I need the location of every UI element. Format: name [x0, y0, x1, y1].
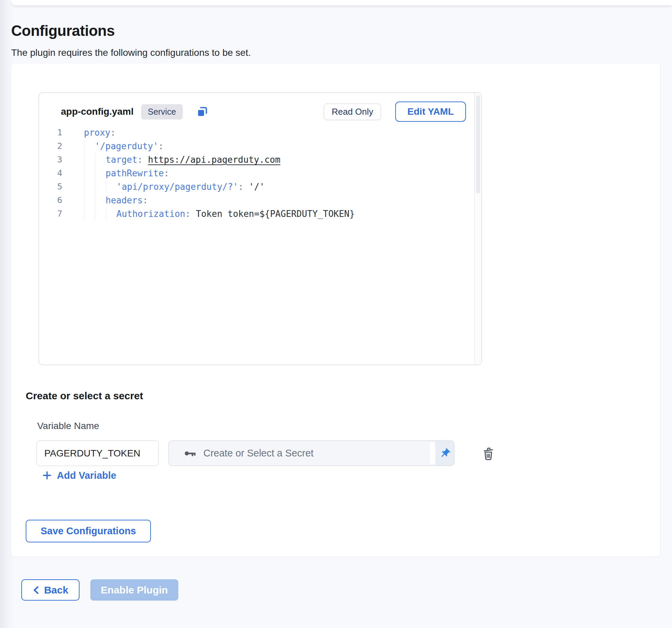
- code-line: 6headers:: [39, 194, 474, 207]
- indent-guide: [106, 180, 116, 194]
- code-segment: 'api/proxy/pagerduty/?': [116, 180, 238, 194]
- line-number: 5: [39, 180, 62, 194]
- back-button[interactable]: Back: [21, 579, 80, 601]
- back-button-label: Back: [44, 584, 68, 596]
- code-line: 3target: https://api.pagerduty.com: [39, 153, 474, 166]
- page-subtitle: The plugin requires the following config…: [11, 47, 251, 58]
- secret-section-heading: Create or select a secret: [26, 390, 143, 402]
- key-icon: [183, 446, 197, 461]
- code-segment: '/': [249, 180, 265, 194]
- indent-guide: [95, 180, 106, 194]
- indent-guide: [84, 180, 95, 194]
- trash-icon: [481, 446, 495, 461]
- code-segment: https://api.pagerduty.com: [148, 153, 280, 166]
- code-line: 5'api/proxy/pagerduty/?': '/': [39, 180, 474, 194]
- code-segment: target: [106, 153, 137, 166]
- code-segment: :: [164, 166, 169, 180]
- indent-guide: [84, 139, 95, 153]
- code-segment: '/pagerduty': [95, 139, 158, 153]
- indent-guide: [84, 166, 95, 180]
- code-segment: :: [137, 153, 148, 166]
- code-lines: 1proxy:2'/pagerduty':3target: https://ap…: [39, 126, 474, 221]
- indent-guide: [95, 207, 106, 221]
- code-editor-card: app-config.yaml Service Read Only Edit Y…: [39, 92, 482, 365]
- code-line: 1proxy:: [39, 126, 474, 139]
- service-badge: Service: [141, 104, 183, 119]
- line-number: 7: [39, 207, 62, 221]
- previous-card-edge: [11, 0, 672, 6]
- enable-plugin-button[interactable]: Enable Plugin: [90, 579, 178, 601]
- edit-yaml-button[interactable]: Edit YAML: [395, 102, 466, 122]
- save-configurations-button[interactable]: Save Configurations: [26, 520, 151, 542]
- page-title: Configurations: [11, 22, 115, 39]
- code-line: 7Authorization: Token token=${PAGERDUTY_…: [39, 207, 474, 221]
- line-number: 4: [39, 166, 62, 180]
- code-segment: :: [185, 207, 196, 221]
- indent-guide: [84, 207, 95, 221]
- read-only-badge: Read Only: [324, 104, 381, 120]
- add-variable-label: Add Variable: [57, 470, 116, 481]
- code-segment: Token token=${PAGERDUTY_TOKEN}: [196, 207, 355, 221]
- code-segment: :: [110, 126, 116, 139]
- code-segment: :: [158, 139, 164, 153]
- pin-button[interactable]: [435, 441, 454, 466]
- indent-guide: [95, 153, 106, 166]
- line-number: 6: [39, 194, 62, 207]
- indent-guide: [84, 153, 95, 166]
- line-number: 3: [39, 153, 62, 166]
- code-segment: pathRewrite: [106, 166, 164, 180]
- code-line: 2'/pagerduty':: [39, 139, 474, 153]
- variable-name-input[interactable]: [37, 441, 159, 466]
- copy-button[interactable]: [196, 105, 209, 118]
- filename-label: app-config.yaml: [61, 106, 134, 117]
- configurations-card: app-config.yaml Service Read Only Edit Y…: [11, 63, 660, 557]
- indent-guide: [95, 166, 106, 180]
- variable-name-label: Variable Name: [37, 421, 99, 431]
- line-number: 1: [39, 126, 62, 139]
- line-number: 2: [39, 139, 62, 153]
- add-variable-button[interactable]: Add Variable: [43, 468, 116, 483]
- chevron-left-icon: [32, 586, 39, 595]
- code-scrollbar[interactable]: [474, 93, 481, 365]
- indent-guide: [106, 207, 116, 221]
- plus-icon: [43, 471, 51, 480]
- delete-variable-button[interactable]: [480, 445, 497, 462]
- copy-icon: [196, 105, 209, 118]
- code-segment: :: [143, 194, 148, 207]
- code-segment: proxy: [84, 126, 110, 139]
- secret-select-placeholder: Create or Select a Secret: [203, 448, 314, 459]
- scrollbar-thumb[interactable]: [476, 95, 480, 194]
- code-editor-header: app-config.yaml Service Read Only Edit Y…: [61, 101, 466, 122]
- indent-guide: [95, 194, 106, 207]
- pin-icon: [439, 448, 451, 459]
- secret-select[interactable]: Create or Select a Secret: [169, 441, 454, 466]
- indent-guide: [84, 194, 95, 207]
- code-segment: :: [238, 180, 249, 194]
- code-segment: Authorization: [116, 207, 185, 221]
- select-divider: [430, 442, 435, 464]
- code-segment: headers: [106, 194, 143, 207]
- code-line: 4pathRewrite:: [39, 166, 474, 180]
